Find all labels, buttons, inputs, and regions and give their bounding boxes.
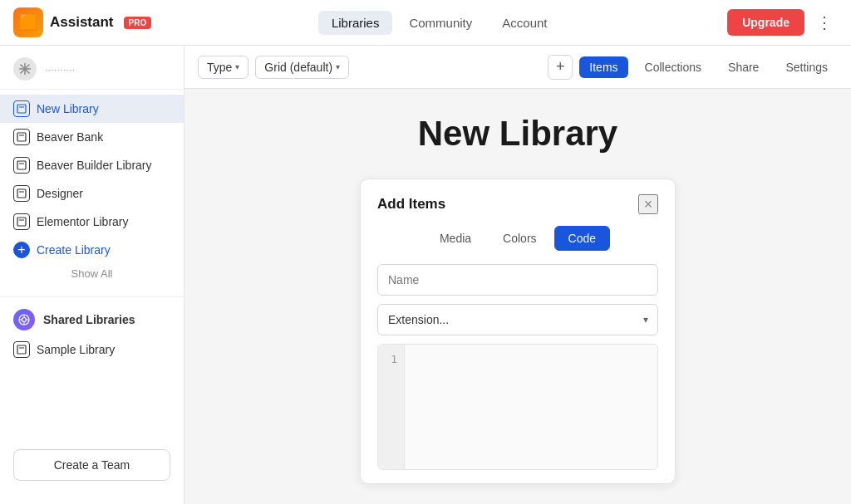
line-number: 1 xyxy=(385,353,397,365)
library-icon xyxy=(13,341,30,358)
sidebar-item-label: Designer xyxy=(37,187,83,200)
content-area: Type ▾ Grid (default) ▾ + Items Collecti… xyxy=(184,46,851,504)
svg-rect-6 xyxy=(17,133,26,141)
library-icon xyxy=(13,185,30,202)
add-items-tabs: Media Colors Code xyxy=(361,226,675,264)
add-items-header: Add Items × xyxy=(361,179,675,226)
sidebar-item-create-library[interactable]: + Create Library xyxy=(0,236,184,264)
add-items-tab-media[interactable]: Media xyxy=(426,226,485,251)
sidebar-item-label: Create Library xyxy=(37,243,111,257)
toolbar-tab-settings[interactable]: Settings xyxy=(775,56,838,78)
svg-rect-8 xyxy=(17,161,26,169)
nav-center: Libraries Community Account xyxy=(318,11,561,35)
library-icon xyxy=(13,213,30,230)
sidebar-user: ·········· xyxy=(0,46,184,90)
svg-rect-12 xyxy=(17,218,26,226)
svg-point-15 xyxy=(22,318,27,322)
code-body[interactable] xyxy=(405,345,657,469)
sidebar: ·········· New Library xyxy=(0,46,184,504)
sidebar-item-elementor[interactable]: Elementor Library xyxy=(0,208,184,236)
chevron-down-icon: ▾ xyxy=(336,62,340,71)
nav-left: 🟧 Assistant PRO xyxy=(13,7,151,37)
shared-libs-icon xyxy=(13,309,35,330)
toolbar-tab-items[interactable]: Items xyxy=(579,56,627,78)
main-layout: ·········· New Library xyxy=(0,46,851,504)
library-icon xyxy=(13,129,30,145)
logo-icon: 🟧 xyxy=(13,7,43,37)
shared-libraries-label: Shared Libraries xyxy=(43,313,135,326)
add-items-title: Add Items xyxy=(377,196,445,213)
grid-dropdown[interactable]: Grid (default) ▾ xyxy=(255,56,349,79)
extension-select-wrapper: Extension... .js .css .php ▾ xyxy=(377,304,658,335)
svg-rect-4 xyxy=(17,105,26,113)
type-dropdown[interactable]: Type ▾ xyxy=(198,56,248,79)
show-all-button[interactable]: Show All xyxy=(0,264,184,288)
shared-libraries-header: Shared Libraries xyxy=(0,301,184,335)
sidebar-item-label: Sample Library xyxy=(37,343,115,356)
library-icon xyxy=(13,100,30,117)
close-button[interactable]: × xyxy=(638,194,658,214)
add-items-tab-colors[interactable]: Colors xyxy=(489,226,550,251)
nav-tab-account[interactable]: Account xyxy=(489,11,560,35)
sidebar-item-label: New Library xyxy=(37,102,99,115)
nav-right: Upgrade ⋮ xyxy=(727,9,838,36)
nav-tab-libraries[interactable]: Libraries xyxy=(318,11,393,35)
nav-tab-community[interactable]: Community xyxy=(396,11,485,35)
code-editor[interactable]: 1 xyxy=(377,344,658,470)
library-icon xyxy=(13,157,30,174)
name-input[interactable] xyxy=(377,264,658,296)
plus-circle-icon: + xyxy=(13,242,30,258)
sidebar-item-sample-library[interactable]: Sample Library xyxy=(0,335,184,364)
add-items-card: Add Items × Media Colors Code Extension.… xyxy=(360,179,676,484)
sidebar-divider xyxy=(0,296,184,297)
upgrade-button[interactable]: Upgrade xyxy=(727,9,804,36)
sidebar-item-beaver-bank[interactable]: Beaver Bank xyxy=(0,123,184,151)
sidebar-bottom: Create a Team xyxy=(0,364,184,504)
add-button[interactable]: + xyxy=(548,55,573,80)
svg-rect-20 xyxy=(17,345,26,354)
my-libraries-section: New Library Beaver Bank xyxy=(0,90,184,293)
sidebar-item-new-library[interactable]: New Library xyxy=(0,95,184,123)
create-team-button[interactable]: Create a Team xyxy=(13,449,170,481)
add-items-body: Extension... .js .css .php ▾ 1 xyxy=(361,264,675,470)
svg-rect-10 xyxy=(17,189,26,198)
sidebar-item-label: Beaver Bank xyxy=(37,130,103,144)
library-title: New Library xyxy=(418,114,617,154)
snowflake-icon xyxy=(13,57,37,81)
sidebar-item-label: Beaver Builder Library xyxy=(37,159,152,172)
chevron-down-icon: ▾ xyxy=(235,62,239,71)
toolbar: Type ▾ Grid (default) ▾ + Items Collecti… xyxy=(184,46,851,89)
add-items-tab-code[interactable]: Code xyxy=(554,226,610,251)
type-label: Type xyxy=(207,61,232,74)
extension-select[interactable]: Extension... .js .css .php xyxy=(377,304,658,335)
app-name: Assistant xyxy=(50,14,114,31)
sidebar-username: ·········· xyxy=(45,63,75,76)
sidebar-item-label: Elementor Library xyxy=(37,215,129,228)
main-content: New Library Add Items × Media Colors Cod… xyxy=(184,89,851,504)
toolbar-tab-share[interactable]: Share xyxy=(718,56,769,78)
pro-badge: PRO xyxy=(124,17,152,29)
line-numbers: 1 xyxy=(378,345,405,469)
top-navigation: 🟧 Assistant PRO Libraries Community Acco… xyxy=(0,0,851,46)
grid-label: Grid (default) xyxy=(264,61,332,74)
menu-dots-icon[interactable]: ⋮ xyxy=(811,9,838,36)
toolbar-tab-collections[interactable]: Collections xyxy=(635,56,711,78)
sidebar-item-designer[interactable]: Designer xyxy=(0,179,184,208)
sidebar-item-beaver-builder[interactable]: Beaver Builder Library xyxy=(0,151,184,179)
